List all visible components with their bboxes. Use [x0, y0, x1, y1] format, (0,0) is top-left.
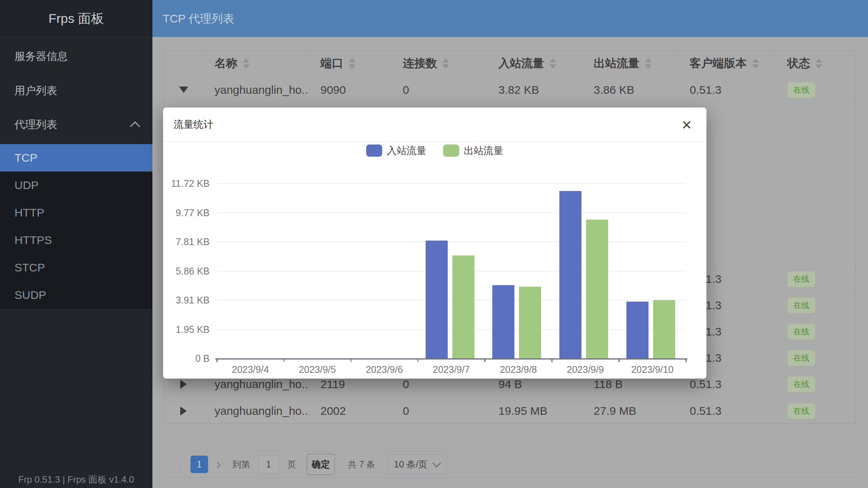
status-badge: 在线 — [787, 350, 815, 366]
cell-version: 0.51.3 — [678, 398, 776, 424]
sidebar-version-footer: Frp 0.51.3 | Frps 面板 v1.4.0 — [0, 474, 152, 486]
close-icon[interactable]: ✕ — [678, 117, 695, 133]
bar-inbound — [492, 285, 514, 358]
sidebar-item-label: 服务器信息 — [14, 49, 68, 64]
expand-row-toggle[interactable] — [164, 77, 203, 103]
legend-item-inbound[interactable]: 入站流量 — [366, 144, 426, 157]
bar-inbound — [426, 241, 448, 358]
collapse-arrow-icon — [179, 87, 188, 93]
page-size-select[interactable]: 10 条/页 — [387, 454, 447, 475]
table-row: yanghuanglin_ho...2002019.95 MB27.9 MB0.… — [164, 398, 855, 424]
legend-label: 出站流量 — [464, 144, 503, 157]
y-axis-tick-label: 9.77 KB — [163, 206, 210, 219]
column-label: 客户端版本 — [690, 56, 747, 71]
sidebar-item-udp[interactable]: UDP — [0, 172, 152, 199]
y-axis-tick-label: 7.81 KB — [163, 235, 210, 248]
y-axis-tick-label: 5.86 KB — [163, 265, 210, 278]
x-axis-tick — [484, 358, 485, 362]
sort-carets-icon — [349, 58, 356, 69]
sort-carets-icon — [645, 58, 652, 69]
column-header-traffic-in[interactable]: 入站流量 — [487, 51, 582, 76]
sort-carets-icon — [243, 58, 250, 69]
sidebar-item-user-list[interactable]: 用户列表 — [0, 75, 152, 106]
sort-carets-icon — [549, 58, 556, 69]
sidebar-item-label: 代理列表 — [14, 117, 57, 132]
sidebar-item-label: 用户列表 — [14, 83, 57, 98]
x-axis-tick — [418, 358, 419, 362]
goto-page-input[interactable] — [258, 455, 279, 474]
column-header-name[interactable]: 名称 — [203, 51, 309, 76]
sidebar-title: Frps 面板 — [0, 0, 152, 37]
y-axis-tick-label: 1.95 KB — [163, 323, 210, 336]
sidebar-submenu: TCP UDP HTTP HTTPS STCP SUDP — [0, 144, 152, 309]
bar-outbound — [586, 220, 608, 358]
cell-out: 3.86 KB — [582, 77, 678, 103]
column-header-status[interactable]: 状态 — [776, 51, 855, 76]
confirm-button[interactable]: 确定 — [307, 454, 335, 475]
column-header-connections[interactable]: 连接数 — [391, 51, 487, 76]
cell-status: 在线 — [776, 371, 855, 397]
x-axis-line — [215, 358, 687, 360]
sidebar-item-https[interactable]: HTTPS — [0, 226, 152, 254]
expand-arrow-icon — [180, 380, 187, 389]
status-badge: 在线 — [787, 403, 815, 419]
sidebar-subitem-label: STCP — [14, 261, 45, 274]
total-count-label: 共 7 条 — [348, 459, 375, 470]
x-axis-tick-label: 2023/9/9 — [552, 363, 619, 376]
legend-swatch-inbound — [366, 144, 382, 157]
grid-line — [217, 183, 686, 184]
sidebar-item-proxy-list[interactable]: 代理列表 — [0, 109, 152, 140]
grid-line — [217, 271, 686, 271]
y-axis-tick-label: 0 B — [163, 352, 210, 365]
x-axis-tick-label: 2023/9/7 — [418, 363, 485, 376]
column-label: 端口 — [320, 56, 343, 71]
cell-in: 19.95 MB — [487, 398, 582, 424]
bar-inbound — [559, 191, 581, 358]
dialog-title: 流量统计 — [174, 118, 213, 131]
column-label: 连接数 — [403, 56, 437, 71]
bar-outbound — [452, 255, 474, 358]
status-badge: 在线 — [787, 297, 815, 313]
table-header-row: 名称 端口 连接数 入站流量 出站流量 客户端版本 状态 — [164, 51, 855, 77]
cell-name: yanghuanglin_ho... — [203, 77, 309, 103]
column-header-traffic-out[interactable]: 出站流量 — [582, 51, 678, 76]
sidebar-item-tcp[interactable]: TCP — [0, 144, 152, 172]
x-axis-tick — [551, 358, 553, 362]
goto-page-suffix: 页 — [287, 459, 296, 470]
sidebar-subitem-label: TCP — [14, 151, 37, 164]
goto-page-prefix: 到第 — [232, 459, 250, 470]
cell-status: 在线 — [776, 77, 855, 103]
legend-item-outbound[interactable]: 出站流量 — [443, 144, 503, 157]
cell-in: 3.82 KB — [487, 77, 582, 103]
column-header-expand — [164, 51, 203, 76]
prev-page-button[interactable]: ‹ — [177, 457, 183, 472]
sidebar-item-server-info[interactable]: 服务器信息 — [0, 41, 152, 72]
x-axis-tick — [618, 358, 620, 362]
app-bar: TCP 代理列表 — [152, 0, 868, 37]
bar-outbound — [653, 300, 675, 358]
column-label: 状态 — [787, 56, 810, 71]
sidebar-item-sudp[interactable]: SUDP — [0, 281, 152, 309]
chart-legend: 入站流量 出站流量 — [163, 144, 706, 157]
next-page-button[interactable]: › — [216, 457, 222, 472]
cell-version: 0.51.3 — [678, 77, 776, 103]
grid-line — [217, 329, 686, 330]
table-row: yanghuanglin_ho...909003.82 KB3.86 KB0.5… — [164, 77, 855, 103]
page-number-button[interactable]: 1 — [191, 456, 208, 473]
bar-outbound — [519, 287, 541, 358]
sidebar-item-http[interactable]: HTTP — [0, 199, 152, 226]
x-axis-tick — [351, 358, 352, 362]
sidebar-item-stcp[interactable]: STCP — [0, 254, 152, 281]
sidebar-subitem-label: UDP — [14, 179, 38, 192]
column-header-client-version[interactable]: 客户端版本 — [678, 51, 776, 76]
x-axis-tick-label: 2023/9/10 — [619, 363, 686, 376]
page-title: TCP 代理列表 — [163, 0, 234, 37]
expand-row-toggle[interactable] — [164, 398, 203, 424]
sidebar-subitem-label: SUDP — [14, 289, 46, 302]
y-axis-tick-label: 11.72 KB — [163, 177, 210, 190]
column-header-port[interactable]: 端口 — [309, 51, 391, 76]
x-axis-tick — [685, 358, 687, 362]
column-label: 入站流量 — [498, 56, 544, 71]
legend-label: 入站流量 — [387, 144, 426, 157]
cell-status: 在线 — [776, 266, 855, 292]
